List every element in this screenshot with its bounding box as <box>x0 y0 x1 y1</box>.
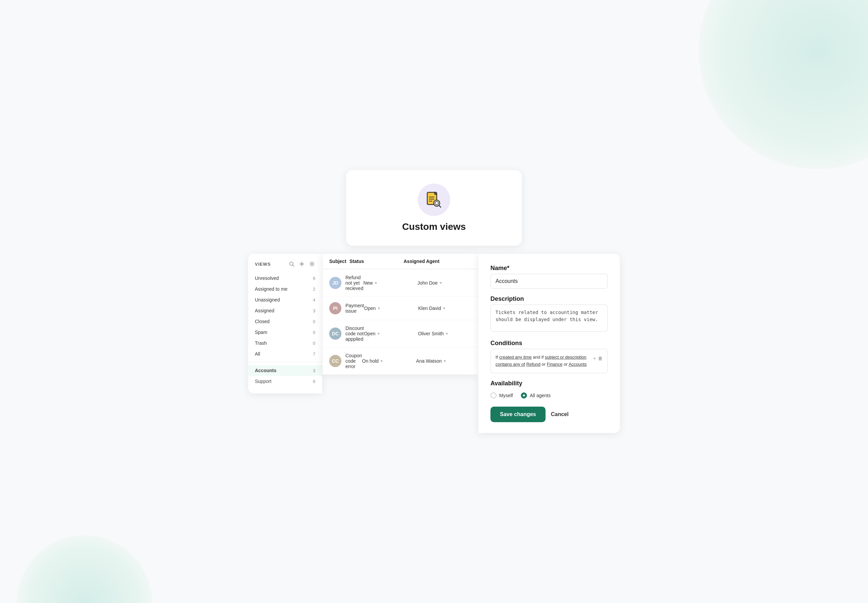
conditions-delete-icon[interactable]: 🗑 <box>598 354 603 362</box>
plus-icon[interactable] <box>298 261 305 267</box>
radio-group: Myself All agents <box>490 393 608 399</box>
chevron-down-icon: ▾ <box>375 281 377 285</box>
radio-all-agents-label: All agents <box>530 393 550 398</box>
form-actions: Save changes Cancel <box>490 405 608 422</box>
svg-point-11 <box>311 263 313 265</box>
avatar: PI <box>329 302 341 314</box>
col-agent: Assigned Agent <box>403 258 471 264</box>
sidebar-heading: VIEWS <box>255 261 271 267</box>
subject-cell: DC Discount code not appplied <box>329 326 364 342</box>
col-subject: Subject <box>329 258 349 264</box>
table-row: CC Coupon code error On hold ▾ Ana Watso… <box>323 348 478 374</box>
description-label: Description <box>490 295 608 303</box>
form-panel: Name* Description Tickets related to acc… <box>478 254 620 433</box>
subject-text: Payment issue <box>346 303 364 314</box>
bg-decoration-top <box>699 0 868 169</box>
sidebar: VIEWS Unresolved 6 <box>248 254 323 393</box>
conditions-section: Conditions If created any time and if su… <box>490 340 608 373</box>
svg-line-5 <box>439 205 441 207</box>
chevron-down-icon: ▾ <box>378 331 380 336</box>
radio-myself[interactable]: Myself <box>490 393 513 399</box>
status-cell[interactable]: Open ▾ <box>364 306 418 311</box>
chevron-down-icon: ▾ <box>446 331 448 336</box>
custom-views-card: Custom views <box>346 170 522 246</box>
agent-cell[interactable]: Oliver Smith ▾ <box>418 331 478 336</box>
chevron-down-icon: ▾ <box>440 281 442 285</box>
table-row: JD Refund not yet recieved New ▾ John Do… <box>323 269 478 297</box>
radio-all-agents-circle <box>521 393 527 399</box>
conditions-box: If created any time and if subject or de… <box>490 349 608 373</box>
cancel-button[interactable]: Cancel <box>551 411 568 417</box>
chevron-down-icon: ▾ <box>378 306 380 311</box>
subject-text: Coupon code error <box>346 353 362 369</box>
condition-refund[interactable]: Refund <box>526 362 541 367</box>
main-container: Custom views VIEWS <box>248 170 620 433</box>
name-label: Name* <box>490 264 608 272</box>
condition-finance[interactable]: Finance <box>547 362 562 367</box>
search-icon[interactable] <box>288 261 295 267</box>
col-status: Status <box>349 258 403 264</box>
description-textarea[interactable]: Tickets related to accounting matter sho… <box>490 305 608 332</box>
status-cell[interactable]: New ▾ <box>363 280 417 286</box>
conditions-text: If created any time and if subject or de… <box>496 354 590 368</box>
avatar: DC <box>329 328 341 340</box>
bg-decoration-bottom <box>17 535 152 603</box>
save-button[interactable]: Save changes <box>490 407 545 422</box>
subject-cell: PI Payment issue <box>329 302 364 314</box>
sidebar-actions <box>288 261 315 267</box>
sidebar-item[interactable]: Assigned 3 <box>248 305 322 316</box>
availability-label: Availability <box>490 380 608 387</box>
conditions-add-icon[interactable]: + <box>593 354 596 362</box>
gear-icon[interactable] <box>309 261 315 267</box>
sidebar-item[interactable]: Spam 0 <box>248 327 322 338</box>
radio-all-agents[interactable]: All agents <box>521 393 550 399</box>
name-input[interactable] <box>490 274 608 289</box>
sidebar-item[interactable]: Trash 0 <box>248 338 322 348</box>
agent-cell[interactable]: Ana Watson ▾ <box>416 358 478 364</box>
chevron-down-icon: ▾ <box>443 306 445 311</box>
avatar: JD <box>329 277 341 289</box>
subject-text: Discount code not appplied <box>346 326 364 342</box>
avatar: CC <box>329 355 341 367</box>
custom-views-title: Custom views <box>402 221 466 232</box>
conditions-label: Conditions <box>490 340 608 347</box>
subject-cell: JD Refund not yet recieved <box>329 275 363 291</box>
name-field-section: Name* <box>490 264 608 289</box>
table-row: DC Discount code not appplied Open ▾ Oli… <box>323 320 478 348</box>
radio-myself-label: Myself <box>499 393 513 398</box>
svg-line-8 <box>293 265 294 266</box>
sidebar-item-support[interactable]: Support 6 <box>248 376 322 387</box>
subject-cell: CC Coupon code error <box>329 353 362 369</box>
table-row: PI Payment issue Open ▾ Klen David ▾ <box>323 297 478 320</box>
table-header: Subject Status Assigned Agent <box>323 254 478 269</box>
radio-myself-circle <box>490 393 497 399</box>
chevron-down-icon: ▾ <box>444 359 446 363</box>
document-search-icon <box>425 191 443 209</box>
sidebar-item[interactable]: Assigned to me 2 <box>248 284 322 294</box>
agent-cell[interactable]: Klen David ▾ <box>418 306 478 311</box>
sidebar-item[interactable]: Unassigned 4 <box>248 294 322 305</box>
condition-created-any-time[interactable]: created any time <box>499 354 532 360</box>
bottom-row: VIEWS Unresolved 6 <box>248 254 620 433</box>
agent-cell[interactable]: John Doe ▾ <box>417 280 478 286</box>
subject-text: Refund not yet recieved <box>346 275 363 291</box>
condition-accounts[interactable]: Accounts <box>568 362 587 367</box>
availability-section: Availability Myself All agents <box>490 380 608 399</box>
sidebar-divider <box>248 362 322 362</box>
sidebar-item[interactable]: All 7 <box>248 348 322 359</box>
sidebar-item[interactable]: Unresolved 6 <box>248 273 322 284</box>
table-area: Subject Status Assigned Agent JD Refund … <box>323 254 478 374</box>
sidebar-header: VIEWS <box>248 261 322 273</box>
status-cell[interactable]: On hold ▾ <box>362 358 416 364</box>
conditions-actions: + 🗑 <box>593 354 603 362</box>
chevron-down-icon: ▾ <box>381 359 383 363</box>
sidebar-item-accounts[interactable]: Accounts 3 <box>248 365 322 376</box>
description-field-section: Description Tickets related to accountin… <box>490 295 608 333</box>
sidebar-item[interactable]: Closed 0 <box>248 316 322 327</box>
icon-circle <box>418 184 450 216</box>
status-cell[interactable]: Open ▾ <box>364 331 418 336</box>
